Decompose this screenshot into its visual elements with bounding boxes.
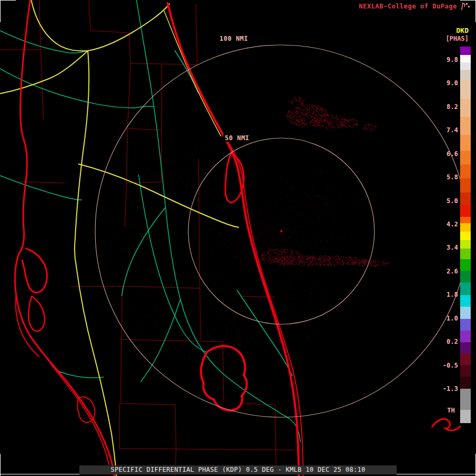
frame-corner-bottomleft-v bbox=[0, 454, 1, 476]
radar-display: 100 NMI 50 NMI NEXLAB-College of DuPage … bbox=[0, 0, 476, 476]
colorbar-segment bbox=[460, 62, 471, 70]
rivers-and-streams bbox=[0, 0, 300, 442]
colorbar-segment bbox=[460, 319, 471, 331]
colorbar-segment bbox=[460, 117, 471, 135]
colorbar-segment bbox=[460, 271, 471, 282]
frame-corner-topleft-v bbox=[0, 0, 1, 22]
colorbar-segment bbox=[460, 295, 471, 307]
colorbar-segment bbox=[460, 232, 471, 240]
colorbar-segment bbox=[460, 164, 471, 178]
cod-logo-icon bbox=[460, 2, 472, 11]
colorbar-segment bbox=[460, 217, 471, 223]
coastline bbox=[15, 0, 460, 476]
colorbar-segment bbox=[460, 193, 471, 205]
range-ring-label-100nmi: 100 NMI bbox=[218, 35, 250, 42]
colorbar-segment bbox=[460, 70, 471, 80]
colorbar-segment bbox=[460, 240, 471, 249]
stpete-barrier bbox=[16, 296, 39, 356]
grand-bahama-coastline bbox=[432, 419, 460, 431]
tampa-bay-outer bbox=[15, 253, 31, 337]
colorbar-segment bbox=[460, 410, 471, 423]
tampa-bay-inlet bbox=[22, 249, 47, 292]
colorbar-segment bbox=[460, 178, 471, 192]
colorbar-segment bbox=[460, 331, 471, 342]
colorbar-segment bbox=[460, 223, 471, 232]
product-units-label: [PHAS] bbox=[446, 35, 469, 42]
tampa-bay-inner bbox=[29, 296, 44, 331]
product-caption: SPECIFIC DIFFERENTIAL PHASE (KDP) 0.5 DE… bbox=[79, 465, 397, 474]
colorbar-segment bbox=[460, 259, 471, 271]
colorbar-segment bbox=[460, 365, 471, 377]
colorbar-segment bbox=[460, 342, 471, 353]
range-ring-label-50nmi: 50 NMI bbox=[223, 134, 251, 142]
gulf-coastline-south bbox=[31, 337, 114, 476]
gulf-coastline-north bbox=[19, 0, 30, 253]
colorbar-segment bbox=[460, 47, 471, 55]
product-id-label: DKD bbox=[456, 26, 469, 34]
frame-corner-bottomright bbox=[397, 474, 476, 474]
colorbar-segment bbox=[460, 353, 471, 365]
frame-corner-topleft bbox=[0, 0, 16, 1]
colorbar-segment bbox=[460, 80, 471, 98]
colorbar-segment bbox=[460, 282, 471, 295]
colorbar-segment bbox=[460, 389, 471, 410]
colorbar-segment bbox=[460, 55, 471, 62]
frame-corner-topright bbox=[460, 0, 476, 1]
colorbar-segment bbox=[460, 307, 471, 319]
colorbar-segment bbox=[460, 99, 471, 117]
colorbar-segment bbox=[460, 377, 471, 388]
colorbar-segment bbox=[460, 135, 471, 151]
colorbar-segment bbox=[460, 249, 471, 259]
radar-site-marker bbox=[280, 230, 282, 232]
indian-river-lagoon bbox=[228, 143, 303, 476]
frame-corner-bottomleft bbox=[0, 474, 79, 474]
radar-map bbox=[0, 0, 476, 476]
colorbar-gradient bbox=[460, 47, 471, 423]
colorbar-segment bbox=[460, 151, 471, 164]
colorbar-segment bbox=[460, 205, 471, 217]
brand-text: NEXLAB-College of DuPage bbox=[359, 3, 457, 10]
colorbar-threshold-label: TH bbox=[447, 407, 455, 414]
